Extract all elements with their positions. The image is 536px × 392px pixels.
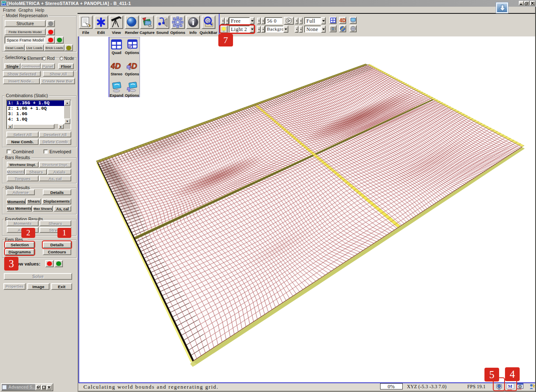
svg-text:4D: 4D — [339, 18, 346, 23]
svg-text:rend: rend — [518, 388, 522, 390]
svg-text:4D: 4D — [111, 62, 121, 70]
svg-text:H: H — [2, 2, 5, 6]
svg-text:Q: Q — [207, 18, 210, 23]
